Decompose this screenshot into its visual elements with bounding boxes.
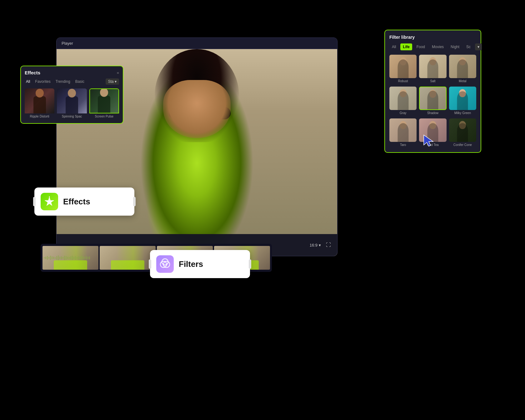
- filter-tab-sc[interactable]: Sc: [464, 43, 473, 50]
- portrait-shape: [457, 123, 468, 142]
- filter-tab-night[interactable]: Night: [448, 43, 462, 50]
- filter-item-taro[interactable]: Taro: [389, 118, 417, 148]
- wave-bar: [77, 257, 78, 259]
- effects-tab-more-dropdown[interactable]: Sta ▾: [106, 78, 119, 85]
- wave-bar: [88, 257, 88, 259]
- wave-bar: [86, 256, 87, 260]
- wave-bar: [50, 256, 51, 260]
- effect-thumb-spinning: [57, 88, 87, 113]
- effects-tab-all[interactable]: All: [25, 79, 31, 84]
- wave-bar: [78, 256, 79, 259]
- effect-label-screen-pulse: Screen Pulse: [89, 113, 119, 119]
- filter-item-gray[interactable]: Gray: [389, 87, 417, 116]
- filter-tab-life[interactable]: Life: [400, 43, 412, 50]
- wave-bar: [84, 257, 85, 259]
- effect-item-screen-pulse[interactable]: Screen Pulse: [89, 88, 119, 119]
- wave-bar: [58, 255, 59, 260]
- filter-item-milky-green[interactable]: Milky Green: [449, 87, 476, 116]
- portrait-shape: [427, 59, 438, 78]
- filters-icon-bg: [156, 255, 174, 273]
- filter-tab-food[interactable]: Food: [414, 43, 428, 50]
- fullscreen-button[interactable]: ⛶: [326, 242, 331, 248]
- filter-thumb-shadow: [419, 87, 446, 110]
- filter-label-conifer: Conifer Cone: [449, 142, 476, 148]
- effects-grid: Ripple Distorti Spinning Spac Scre: [25, 88, 119, 119]
- wave-bar: [66, 256, 67, 260]
- wave-bar: [62, 257, 63, 259]
- filter-label-gray: Gray: [389, 110, 417, 116]
- filter-item-shadow[interactable]: Shadow: [419, 87, 446, 116]
- player-title-bar: Player: [57, 38, 337, 49]
- wave-bar: [53, 257, 54, 259]
- portrait-shape: [427, 91, 438, 109]
- filter-item-salt[interactable]: Salt: [419, 55, 446, 84]
- filter-thumb-taro: [389, 118, 417, 142]
- filter-tab-movies[interactable]: Movies: [429, 43, 446, 50]
- aspect-ratio-button[interactable]: 16:9 ▾: [310, 243, 321, 248]
- filter-grid: Robust Salt Metal Gray: [389, 55, 476, 148]
- cursor-pointer: [423, 134, 434, 148]
- wave-bar: [83, 256, 84, 259]
- wave-bar: [75, 256, 76, 260]
- person-figure: [66, 96, 78, 113]
- effects-icon-bg: [41, 193, 58, 210]
- filter-tab-dropdown[interactable]: ▾: [475, 43, 482, 50]
- portrait-shape: [398, 123, 408, 142]
- filter-item-conifer[interactable]: Conifer Cone: [449, 118, 476, 148]
- filter-thumb-gray: [389, 87, 417, 110]
- wave-bar: [56, 256, 57, 260]
- effect-label-spinning: Spinning Spac: [57, 113, 87, 119]
- effects-tab-basic[interactable]: Basic: [74, 79, 86, 84]
- effects-panel: Effects « All Favorites Trending Basic S…: [20, 66, 123, 124]
- filter-thumb-robust: [389, 55, 417, 78]
- wave-bar: [55, 257, 56, 259]
- filter-label-robust: Robust: [389, 78, 417, 84]
- filters-label-card: Filters: [150, 250, 250, 278]
- filter-tab-all[interactable]: All: [389, 43, 398, 50]
- filter-label-taro: Taro: [389, 142, 417, 148]
- wave-bar: [45, 257, 46, 259]
- player-title: Player: [62, 41, 73, 46]
- wave-bar: [81, 256, 82, 260]
- filter-label-shadow: Shadow: [419, 110, 446, 116]
- effects-panel-title: Effects: [25, 70, 40, 75]
- filter-thumb-milky-green: [449, 87, 476, 110]
- wave-bar: [61, 256, 62, 259]
- filter-tabs: All Life Food Movies Night Sc ▾: [389, 43, 476, 50]
- person-figure: [98, 96, 110, 113]
- wave-bar: [80, 257, 81, 259]
- filters-card-label: Filters: [179, 259, 203, 269]
- portrait-shape: [398, 91, 408, 110]
- filter-item-robust[interactable]: Robust: [389, 55, 417, 84]
- filter-thumb-conifer: [449, 118, 476, 142]
- filter-thumb-salt: [419, 55, 446, 78]
- effects-collapse-button[interactable]: «: [117, 70, 119, 75]
- filter-label-milky-green: Milky Green: [449, 110, 476, 116]
- wave-bar: [52, 256, 52, 259]
- wave-bar: [72, 256, 73, 260]
- effect-item-ripple[interactable]: Ripple Distorti: [25, 88, 54, 119]
- filter-item-metal[interactable]: Metal: [449, 55, 476, 84]
- filter-label-metal: Metal: [449, 78, 476, 84]
- wave-bar: [59, 257, 60, 259]
- filter-label-salt: Salt: [419, 78, 446, 84]
- filters-icon: [159, 258, 171, 270]
- wave-bar: [47, 256, 48, 260]
- svg-marker-0: [424, 135, 433, 146]
- wave-bar: [73, 257, 74, 259]
- effect-thumb-ripple: [25, 88, 54, 113]
- wave-bar: [48, 257, 49, 259]
- star-icon: [44, 196, 55, 207]
- effects-tab-favorites[interactable]: Favorites: [34, 79, 52, 84]
- filter-panel-title: Filter library: [389, 35, 476, 40]
- wave-bar: [89, 256, 90, 259]
- effect-item-spinning[interactable]: Spinning Spac: [57, 88, 87, 119]
- portrait-shape: [457, 91, 468, 110]
- effects-tab-trending[interactable]: Trending: [54, 79, 72, 84]
- wave-bar: [64, 256, 65, 260]
- effect-label-ripple: Ripple Distorti: [25, 113, 54, 119]
- effects-tabs: All Favorites Trending Basic Sta ▾: [25, 78, 119, 85]
- portrait-shape: [398, 59, 408, 78]
- wave-bar: [69, 257, 70, 259]
- person-figure: [33, 96, 46, 113]
